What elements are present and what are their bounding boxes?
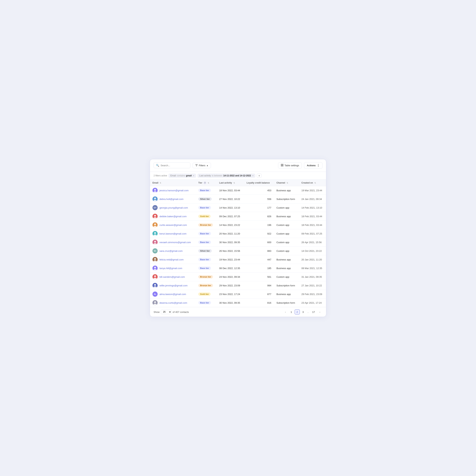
email-link[interactable]: felicia.reid@gmail.com [159,258,184,261]
email-link[interactable]: jessica.hanson@gmail.com [159,189,188,192]
channel-cell: Business app [274,290,299,299]
avatar [153,274,158,279]
channel-cell: Business app [274,212,299,221]
tier-badge: Silver tier [198,197,212,201]
last-activity-cell: 30 Nov 2022, 09:35 [217,238,244,247]
tier-badge: Bronze tier [198,275,213,278]
channel-cell: Custom app [274,238,299,247]
page-1-button[interactable]: 1 [289,309,294,315]
svg-rect-2 [281,165,282,166]
email-link[interactable]: bill.sanders@gmail.com [159,275,185,278]
page-17-button[interactable]: 17 [311,309,317,315]
next-page-button[interactable]: › [317,309,323,315]
add-filter-button[interactable]: + [257,174,262,178]
tier-badge: Base tier [198,301,211,304]
page-nav: ‹ 1 2 3 ... 17 › [283,309,323,315]
col-loyalty: Loyalty credit balance [244,180,274,186]
email-link[interactable]: kenzi.lawson@gmail.com [159,232,187,235]
email-filter-remove[interactable]: × [193,174,194,177]
loyalty-cell: 600 [244,238,274,247]
table-row: kenzi.lawson@gmail.com Base tier 20 Nov … [150,229,326,238]
loyalty-cell: 826 [244,212,274,221]
created-on-cell: 29 Feb 2021, 23:09 [299,290,326,299]
loyalty-cell: 556 [244,195,274,204]
email-link[interactable]: willie.jennings@gmail.com [159,284,187,287]
last-activity-cell: 27 Nov 2022, 10:22 [217,195,244,204]
tier-info-icon[interactable]: ? [204,182,206,184]
date-filter-remove[interactable]: × [252,174,254,177]
table-row: debra.holt@gmail.com Silver tier 27 Nov … [150,195,326,204]
filters-count: 2 filters active [153,174,167,177]
createdon-sort-icon[interactable]: ⇅ [314,182,316,184]
channel-cell: Business app [274,255,299,264]
created-on-cell: 23 Apr 2021, 17:24 [299,299,326,307]
filter-tag-value2: 14-11-2022 and 14-12-2022 [223,174,251,177]
tier-cell: Bronze tier [196,221,217,229]
loyalty-cell: 561 [244,272,274,281]
loyalty-cell: 196 [244,221,274,229]
email-cell: SC sara.cruz@gmail.com [150,247,196,255]
tier-cell: Base tier [196,204,217,212]
tier-cell: Silver tier [196,195,217,204]
channel-cell: Custom app [274,221,299,229]
email-cell: AL alma.lawson@gmail.com [150,290,196,299]
page-2-button[interactable]: 2 [295,309,300,315]
total-contacts: of 407 contacts [173,311,189,313]
email-cell: jessica.hanson@gmail.com [150,186,196,195]
page-3-button[interactable]: 3 [301,309,306,315]
svg-point-29 [154,275,156,277]
lastact-sort-icon[interactable]: ⇅ [233,182,235,184]
tier-badge: Bronze tier [198,284,213,287]
channel-sort-icon[interactable]: ⇅ [287,182,288,184]
svg-point-11 [154,215,156,217]
channel-cell: Subscription form [274,281,299,290]
table-settings-label: Table settings [285,164,299,167]
email-link[interactable]: tanya.hill@gmail.com [159,267,182,270]
loyalty-cell: 453 [244,186,274,195]
filter-icon [195,164,198,167]
channel-cell: Custom app [274,247,299,255]
prev-page-button[interactable]: ‹ [283,309,288,315]
filters-button[interactable]: Filters ▲ [193,163,211,168]
email-link[interactable]: nevaeh.simmons@gmail.com [159,241,191,244]
svg-point-5 [154,189,156,191]
search-input[interactable] [161,164,188,167]
created-on-cell: 31 Jan 2021, 09:35 [299,272,326,281]
tier-badge: Silver tier [198,249,212,253]
table-row: tanya.hill@gmail.com Base tier 08 Dec 20… [150,264,326,272]
svg-point-8 [154,198,156,199]
email-link[interactable]: debra.holt@gmail.com [159,198,183,201]
created-on-cell: 14 Oct 2021, 23:22 [299,247,326,255]
email-link[interactable]: georgia.young@gmail.com [159,206,188,209]
email-link[interactable]: sara.cruz@gmail.com [159,250,183,252]
tier-cell: Bronze tier [196,281,217,290]
search-icon: 🔍 [156,164,159,167]
actions-button[interactable]: Actions ⋮ [304,162,323,169]
loyalty-cell: 877 [244,290,274,299]
email-sort-icon[interactable]: ⇅ [160,182,161,184]
per-page-select[interactable]: 25 50 100 [161,310,172,314]
tier-cell: Base tier [196,238,217,247]
table-row: debbie.baker@gmail.com Gold tier 09 Dec … [150,212,326,221]
search-wrap[interactable]: 🔍 [153,162,190,168]
email-link[interactable]: curtis.weaver@gmail.com [159,224,187,226]
email-link[interactable]: alma.lawson@gmail.com [159,293,186,296]
email-link[interactable]: deanna.curtis@gmail.com [159,302,187,304]
avatar: GY [153,205,158,210]
channel-cell: Business app [274,186,299,195]
tier-sort-icon[interactable]: ⇅ [208,182,209,184]
table-row: GY georgia.young@gmail.com Base tier 14 … [150,204,326,212]
tier-badge: Gold tier [198,292,211,296]
email-cell: debra.holt@gmail.com [150,195,196,204]
last-activity-cell: 26 Nov 2022, 15:56 [217,247,244,255]
table-settings-button[interactable]: Table settings [278,162,302,169]
email-link[interactable]: debbie.baker@gmail.com [159,215,187,218]
col-created-on: Created on ⇅ [299,180,326,186]
last-activity-cell: 14 Nov 2022, 13:10 [217,204,244,212]
contacts-table-card: 🔍 Filters ▲ Table settings Actions ⋮ 2 f… [150,159,326,317]
svg-point-17 [154,232,156,234]
last-activity-cell: 14 Nov 2022, 23:22 [217,221,244,229]
pagination-row: Show 25 50 100 of 407 contacts ‹ 1 2 3 .… [150,307,326,317]
created-on-cell: 18 Feb 2021, 03:44 [299,221,326,229]
email-cell: kenzi.lawson@gmail.com [150,229,196,238]
